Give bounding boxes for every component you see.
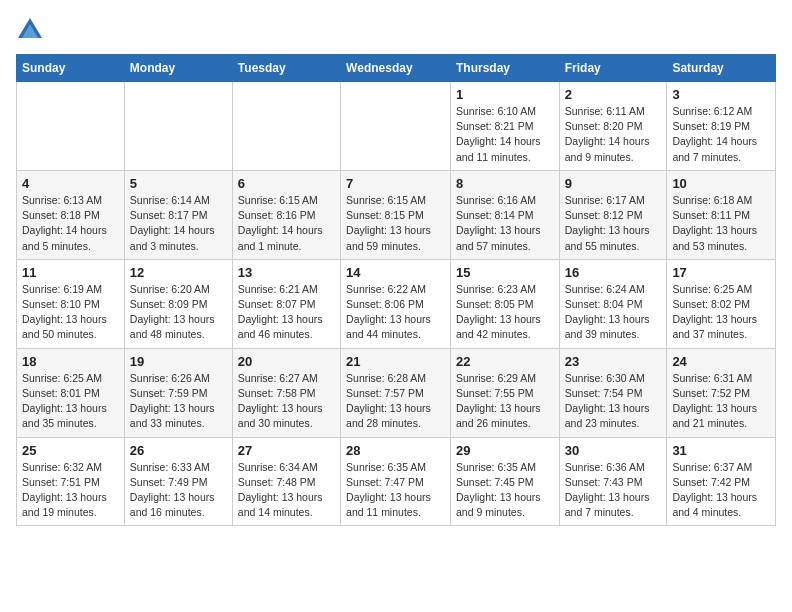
calendar-cell: 21Sunrise: 6:28 AM Sunset: 7:57 PM Dayli… [341,348,451,437]
calendar-cell: 6Sunrise: 6:15 AM Sunset: 8:16 PM Daylig… [232,170,340,259]
day-info: Sunrise: 6:28 AM Sunset: 7:57 PM Dayligh… [346,372,431,430]
calendar-cell: 2Sunrise: 6:11 AM Sunset: 8:20 PM Daylig… [559,82,667,171]
header-cell-sunday: Sunday [17,55,125,82]
calendar-cell [232,82,340,171]
day-number: 15 [456,265,554,280]
day-info: Sunrise: 6:15 AM Sunset: 8:15 PM Dayligh… [346,194,431,252]
day-number: 8 [456,176,554,191]
calendar-cell: 18Sunrise: 6:25 AM Sunset: 8:01 PM Dayli… [17,348,125,437]
day-number: 30 [565,443,662,458]
header-cell-thursday: Thursday [450,55,559,82]
calendar-week-2: 11Sunrise: 6:19 AM Sunset: 8:10 PM Dayli… [17,259,776,348]
day-info: Sunrise: 6:37 AM Sunset: 7:42 PM Dayligh… [672,461,757,519]
calendar-cell: 8Sunrise: 6:16 AM Sunset: 8:14 PM Daylig… [450,170,559,259]
day-info: Sunrise: 6:20 AM Sunset: 8:09 PM Dayligh… [130,283,215,341]
day-info: Sunrise: 6:24 AM Sunset: 8:04 PM Dayligh… [565,283,650,341]
day-info: Sunrise: 6:15 AM Sunset: 8:16 PM Dayligh… [238,194,323,252]
calendar-cell: 15Sunrise: 6:23 AM Sunset: 8:05 PM Dayli… [450,259,559,348]
calendar-cell: 28Sunrise: 6:35 AM Sunset: 7:47 PM Dayli… [341,437,451,526]
header [16,16,776,44]
day-number: 3 [672,87,770,102]
calendar-cell: 1Sunrise: 6:10 AM Sunset: 8:21 PM Daylig… [450,82,559,171]
logo-icon [16,16,44,44]
calendar-cell: 27Sunrise: 6:34 AM Sunset: 7:48 PM Dayli… [232,437,340,526]
day-number: 14 [346,265,445,280]
calendar-week-1: 4Sunrise: 6:13 AM Sunset: 8:18 PM Daylig… [17,170,776,259]
calendar-week-0: 1Sunrise: 6:10 AM Sunset: 8:21 PM Daylig… [17,82,776,171]
header-cell-monday: Monday [124,55,232,82]
day-info: Sunrise: 6:11 AM Sunset: 8:20 PM Dayligh… [565,105,650,163]
calendar-week-4: 25Sunrise: 6:32 AM Sunset: 7:51 PM Dayli… [17,437,776,526]
day-number: 23 [565,354,662,369]
calendar-cell [341,82,451,171]
calendar-cell: 26Sunrise: 6:33 AM Sunset: 7:49 PM Dayli… [124,437,232,526]
calendar-cell: 14Sunrise: 6:22 AM Sunset: 8:06 PM Dayli… [341,259,451,348]
day-number: 25 [22,443,119,458]
calendar-cell: 22Sunrise: 6:29 AM Sunset: 7:55 PM Dayli… [450,348,559,437]
calendar-cell: 4Sunrise: 6:13 AM Sunset: 8:18 PM Daylig… [17,170,125,259]
day-info: Sunrise: 6:29 AM Sunset: 7:55 PM Dayligh… [456,372,541,430]
day-number: 1 [456,87,554,102]
calendar-cell: 25Sunrise: 6:32 AM Sunset: 7:51 PM Dayli… [17,437,125,526]
day-number: 19 [130,354,227,369]
header-row: SundayMondayTuesdayWednesdayThursdayFrid… [17,55,776,82]
calendar-cell: 5Sunrise: 6:14 AM Sunset: 8:17 PM Daylig… [124,170,232,259]
header-cell-tuesday: Tuesday [232,55,340,82]
day-info: Sunrise: 6:22 AM Sunset: 8:06 PM Dayligh… [346,283,431,341]
day-number: 28 [346,443,445,458]
calendar-table: SundayMondayTuesdayWednesdayThursdayFrid… [16,54,776,526]
calendar-cell: 11Sunrise: 6:19 AM Sunset: 8:10 PM Dayli… [17,259,125,348]
day-info: Sunrise: 6:32 AM Sunset: 7:51 PM Dayligh… [22,461,107,519]
calendar-cell: 13Sunrise: 6:21 AM Sunset: 8:07 PM Dayli… [232,259,340,348]
day-number: 4 [22,176,119,191]
day-info: Sunrise: 6:27 AM Sunset: 7:58 PM Dayligh… [238,372,323,430]
day-number: 26 [130,443,227,458]
day-number: 18 [22,354,119,369]
day-info: Sunrise: 6:21 AM Sunset: 8:07 PM Dayligh… [238,283,323,341]
day-info: Sunrise: 6:26 AM Sunset: 7:59 PM Dayligh… [130,372,215,430]
day-number: 5 [130,176,227,191]
calendar-cell [17,82,125,171]
calendar-cell: 12Sunrise: 6:20 AM Sunset: 8:09 PM Dayli… [124,259,232,348]
day-number: 13 [238,265,335,280]
day-number: 21 [346,354,445,369]
calendar-cell: 7Sunrise: 6:15 AM Sunset: 8:15 PM Daylig… [341,170,451,259]
calendar-cell: 9Sunrise: 6:17 AM Sunset: 8:12 PM Daylig… [559,170,667,259]
day-number: 11 [22,265,119,280]
calendar-cell: 23Sunrise: 6:30 AM Sunset: 7:54 PM Dayli… [559,348,667,437]
calendar-cell: 19Sunrise: 6:26 AM Sunset: 7:59 PM Dayli… [124,348,232,437]
day-number: 7 [346,176,445,191]
day-info: Sunrise: 6:25 AM Sunset: 8:01 PM Dayligh… [22,372,107,430]
day-number: 17 [672,265,770,280]
calendar-cell: 3Sunrise: 6:12 AM Sunset: 8:19 PM Daylig… [667,82,776,171]
day-info: Sunrise: 6:13 AM Sunset: 8:18 PM Dayligh… [22,194,107,252]
calendar-cell: 16Sunrise: 6:24 AM Sunset: 8:04 PM Dayli… [559,259,667,348]
day-number: 20 [238,354,335,369]
day-number: 10 [672,176,770,191]
calendar-cell: 17Sunrise: 6:25 AM Sunset: 8:02 PM Dayli… [667,259,776,348]
day-number: 16 [565,265,662,280]
calendar-week-3: 18Sunrise: 6:25 AM Sunset: 8:01 PM Dayli… [17,348,776,437]
calendar-cell: 29Sunrise: 6:35 AM Sunset: 7:45 PM Dayli… [450,437,559,526]
day-info: Sunrise: 6:18 AM Sunset: 8:11 PM Dayligh… [672,194,757,252]
day-info: Sunrise: 6:34 AM Sunset: 7:48 PM Dayligh… [238,461,323,519]
day-info: Sunrise: 6:12 AM Sunset: 8:19 PM Dayligh… [672,105,757,163]
header-cell-friday: Friday [559,55,667,82]
day-info: Sunrise: 6:25 AM Sunset: 8:02 PM Dayligh… [672,283,757,341]
header-cell-wednesday: Wednesday [341,55,451,82]
day-info: Sunrise: 6:33 AM Sunset: 7:49 PM Dayligh… [130,461,215,519]
day-number: 9 [565,176,662,191]
day-info: Sunrise: 6:30 AM Sunset: 7:54 PM Dayligh… [565,372,650,430]
day-number: 31 [672,443,770,458]
calendar-cell: 20Sunrise: 6:27 AM Sunset: 7:58 PM Dayli… [232,348,340,437]
day-number: 29 [456,443,554,458]
calendar-cell: 10Sunrise: 6:18 AM Sunset: 8:11 PM Dayli… [667,170,776,259]
day-info: Sunrise: 6:23 AM Sunset: 8:05 PM Dayligh… [456,283,541,341]
day-number: 2 [565,87,662,102]
day-info: Sunrise: 6:16 AM Sunset: 8:14 PM Dayligh… [456,194,541,252]
day-number: 6 [238,176,335,191]
calendar-cell: 31Sunrise: 6:37 AM Sunset: 7:42 PM Dayli… [667,437,776,526]
day-number: 12 [130,265,227,280]
day-number: 22 [456,354,554,369]
logo [16,16,48,44]
